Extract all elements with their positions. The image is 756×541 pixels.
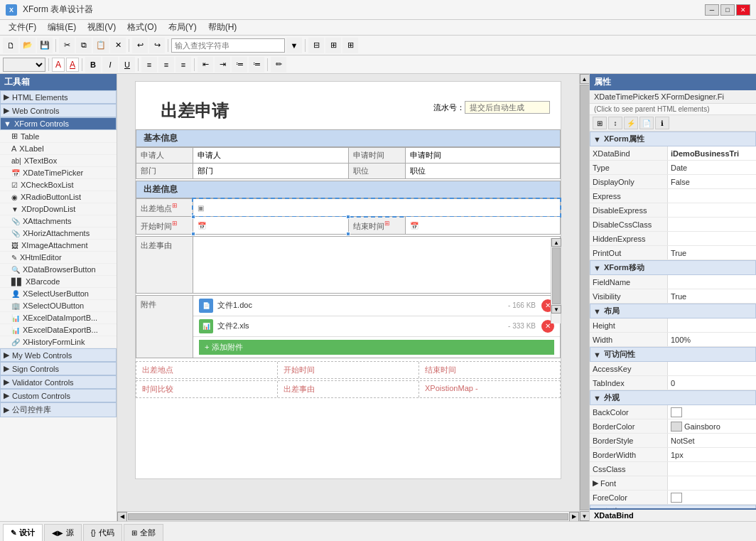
- input-applicant[interactable]: 申请人: [193, 148, 349, 164]
- section-web-controls-header[interactable]: ▶ Web Controls: [0, 104, 117, 117]
- hscroll-thumb[interactable]: [128, 513, 568, 520]
- tool-xhistoryformlink[interactable]: 🔗 XHistoryFormLink: [0, 336, 117, 348]
- indent-more[interactable]: ⇥: [215, 57, 230, 73]
- handle-br[interactable]: [346, 232, 350, 236]
- tool-xdropdownlist[interactable]: ▼ XDropDownList: [0, 203, 117, 215]
- scroll-left-button[interactable]: ◀: [117, 512, 127, 522]
- prop-info-btn[interactable]: ℹ: [655, 117, 669, 129]
- prop-value-font[interactable]: [668, 476, 756, 490]
- cut-button[interactable]: ✂: [59, 38, 75, 53]
- tool-ximageattachment[interactable]: 🖼 XImageAttachment: [0, 240, 117, 252]
- section-my-web-controls-header[interactable]: ▶ My Web Controls: [0, 348, 117, 362]
- prop-value-tabindex[interactable]: 0: [668, 376, 756, 390]
- prop-value-borderstyle[interactable]: NotSet: [668, 434, 756, 447]
- tool-table[interactable]: ⊞ Table: [0, 130, 117, 143]
- prop-value-forecolor[interactable]: [668, 491, 756, 504]
- search-button[interactable]: ▼: [286, 38, 302, 53]
- prop-filter-btn[interactable]: ↕: [608, 117, 622, 129]
- menu-edit[interactable]: 编辑(E): [42, 20, 82, 35]
- tool-xhtmleditor[interactable]: ✎ XHtmlEditor: [0, 252, 117, 264]
- prop-sort-btn[interactable]: ⊞: [593, 117, 607, 129]
- flow-input[interactable]: [465, 101, 550, 114]
- prop-value-backcolor[interactable]: [668, 405, 756, 419]
- tool-xdatetimepicker[interactable]: 📅 XDateTimePicker: [0, 167, 117, 179]
- tab-code[interactable]: {} 代码: [83, 524, 122, 541]
- input-destination[interactable]: ▣: [193, 199, 561, 217]
- tool-xselectoubutton[interactable]: 🏢 XSelectOUButton: [0, 300, 117, 312]
- tool-xexceldataexport[interactable]: 📊 XExcelDataExportB...: [0, 324, 117, 336]
- form-scroll-thumb[interactable]: [552, 247, 561, 304]
- section-xform-controls-header[interactable]: ▼ XForm Controls: [0, 117, 117, 130]
- view-btn-1[interactable]: ⊟: [308, 38, 324, 53]
- align-center[interactable]: ≡: [158, 57, 174, 73]
- prop-value-bordercolor[interactable]: Gainsboro: [668, 419, 756, 433]
- vertical-scrollbar[interactable]: ▲ ▼: [579, 74, 589, 521]
- section-xform-attrs-header[interactable]: ▼ XForm属性: [590, 132, 756, 146]
- highlighter-button[interactable]: ✏: [271, 57, 286, 73]
- section-custom-controls-header[interactable]: ▶ Custom Controls: [0, 389, 117, 402]
- section-company-controls-header[interactable]: ▶ 公司控件库: [0, 402, 117, 417]
- tab-source[interactable]: ◀▶ 源: [44, 524, 82, 541]
- undo-button[interactable]: ↩: [132, 38, 148, 53]
- section-xform-mobile-header[interactable]: ▼ XForm移动: [590, 260, 756, 275]
- prop-value-cssclass[interactable]: [668, 462, 756, 476]
- new-button[interactable]: 🗋: [3, 38, 18, 53]
- menu-help[interactable]: 帮助(H): [202, 20, 243, 35]
- tool-xtextbox[interactable]: ab| XTextBox: [0, 155, 117, 167]
- tool-xlabel[interactable]: A XLabel: [0, 143, 117, 155]
- scroll-down-button[interactable]: ▼: [580, 511, 590, 521]
- bold-button[interactable]: B: [85, 57, 101, 73]
- form-canvas[interactable]: 出差申请 流水号： 基本信息 申请人 申请人 申请时间 申请时间: [135, 81, 561, 479]
- prop-extra-btn[interactable]: 📄: [639, 117, 654, 129]
- menu-layout[interactable]: 布局(Y): [163, 20, 202, 35]
- tool-xselectuserbutton[interactable]: 👤 XSelectUserButton: [0, 288, 117, 300]
- tool-xattachments[interactable]: 📎 XAttachments: [0, 215, 117, 227]
- input-position[interactable]: 职位: [405, 164, 561, 179]
- open-button[interactable]: 📂: [20, 38, 36, 53]
- tool-xbarcode[interactable]: ▊▊ XBarcode: [0, 276, 117, 288]
- view-btn-2[interactable]: ⊞: [325, 38, 341, 53]
- tool-xdatabrowserbutton[interactable]: 🔍 XDataBrowserButton: [0, 264, 117, 276]
- prop-value-type[interactable]: Date: [668, 161, 756, 174]
- underline-button[interactable]: U: [119, 57, 135, 73]
- prop-value-fieldname[interactable]: [668, 275, 756, 289]
- input-apply-time[interactable]: 申请时间: [405, 148, 561, 164]
- redo-button[interactable]: ↪: [149, 38, 165, 53]
- section-accessibility-header[interactable]: ▼ 可访问性: [590, 347, 756, 362]
- copy-button[interactable]: ⧉: [76, 38, 92, 53]
- input-reason[interactable]: [193, 236, 561, 293]
- italic-button[interactable]: I: [102, 57, 118, 73]
- prop-value-height[interactable]: [668, 318, 756, 332]
- menu-file[interactable]: 文件(F): [3, 20, 42, 35]
- search-input[interactable]: [171, 38, 285, 53]
- prop-value-width[interactable]: 100%: [668, 333, 756, 346]
- prop-value-printout[interactable]: True: [668, 246, 756, 259]
- prop-value-disableexpress[interactable]: [668, 203, 756, 217]
- scroll-right-button[interactable]: ▶: [569, 512, 579, 522]
- view-btn-3[interactable]: ⊞: [342, 38, 358, 53]
- save-button[interactable]: 💾: [37, 38, 53, 53]
- minimize-button[interactable]: ─: [705, 4, 719, 16]
- close-button[interactable]: ✕: [736, 4, 750, 16]
- input-end-time[interactable]: 📅: [405, 216, 561, 234]
- prop-value-express[interactable]: [668, 189, 756, 203]
- prop-value-accesskey[interactable]: [668, 362, 756, 375]
- section-validator-controls-header[interactable]: ▶ Validator Controls: [0, 375, 117, 389]
- scroll-up-button[interactable]: ▲: [580, 74, 590, 84]
- scroll-thumb[interactable]: [580, 85, 590, 510]
- handle-tr[interactable]: [346, 215, 350, 219]
- input-start-time[interactable]: 📅: [193, 216, 349, 234]
- delete-button[interactable]: ✕: [110, 38, 126, 53]
- tool-xcheckboxlist[interactable]: ☑ XCheckBoxList: [0, 179, 117, 191]
- section-layout-header[interactable]: ▼ 布局: [590, 304, 756, 318]
- section-appearance-header[interactable]: ▼ 外观: [590, 390, 756, 405]
- form-scroll-down[interactable]: ▼: [551, 305, 561, 314]
- indent-less[interactable]: ⇤: [198, 57, 213, 73]
- tool-xradiobuttonlist[interactable]: ◉ XRadioButtonList: [0, 191, 117, 203]
- prop-event-btn[interactable]: ⚡: [624, 117, 638, 129]
- handle-bl[interactable]: [191, 232, 195, 236]
- tool-xhorizattachments[interactable]: 📎 XHorizAttachments: [0, 227, 117, 240]
- prop-value-borderwidth[interactable]: 1px: [668, 448, 756, 461]
- canvas-area[interactable]: ▲ ▼ 出差申请 流水号： 基本信息 申请人: [117, 74, 589, 521]
- tab-all[interactable]: ⊞ 全部: [124, 524, 163, 541]
